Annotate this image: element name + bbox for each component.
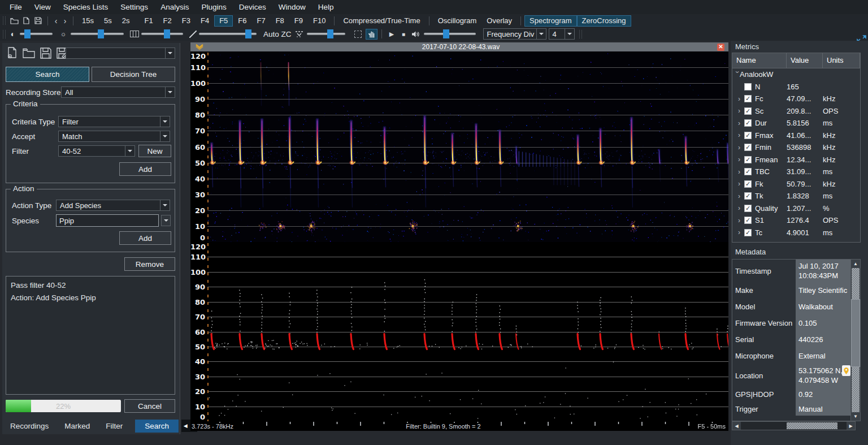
metric-checkbox-fc[interactable]: ✓ (744, 95, 752, 102)
criteria-type-select[interactable]: Filter (58, 116, 170, 127)
pan-tool-button[interactable] (366, 29, 377, 40)
scroll-down-icon[interactable]: ▼ (851, 412, 860, 421)
metric-checkbox-n[interactable] (744, 83, 752, 90)
close-icon[interactable]: ✕ (717, 44, 724, 51)
collapsed-chevron-icon[interactable]: › (738, 95, 743, 103)
filter-f3-button[interactable]: F3 (177, 15, 196, 27)
collapsed-chevron-icon[interactable]: › (738, 119, 743, 127)
collapsed-chevron-icon[interactable]: › (738, 180, 743, 188)
view-spectrogram-button[interactable]: Spectrogram (524, 15, 576, 27)
new-search-button[interactable] (7, 47, 18, 59)
menu-view[interactable]: View (28, 0, 57, 14)
bottom-tab-filter[interactable]: Filter (98, 420, 131, 432)
metrics-col-name[interactable]: Name (732, 53, 787, 68)
accept-select[interactable]: Match (58, 131, 170, 142)
tab-scroll-left-icon[interactable]: ◀ (181, 420, 189, 432)
toolbar-grip2[interactable] (3, 30, 6, 38)
spectrogram-canvas[interactable] (207, 51, 728, 242)
metric-row-fmax[interactable]: ›✓Fmax41.06...kHz (732, 129, 860, 142)
filter-f2-button[interactable]: F2 (158, 15, 177, 27)
speed-slider[interactable] (141, 33, 183, 35)
collapsed-chevron-icon[interactable]: › (738, 217, 743, 224)
metric-row-fmean[interactable]: ›✓Fmean12.34...kHz (732, 154, 860, 166)
frequency-div-select[interactable]: Frequency Div (483, 28, 546, 40)
filter-f6-button[interactable]: F6 (233, 15, 251, 27)
scrollbar-thumb[interactable] (851, 299, 860, 367)
metrics-group-row[interactable]: ›AnalookW (732, 68, 860, 81)
metric-checkbox-tc[interactable]: ✓ (744, 229, 752, 236)
menu-analysis[interactable]: Analysis (154, 0, 195, 14)
collapsed-chevron-icon[interactable]: › (738, 204, 743, 212)
spectrogram-titlebar[interactable]: 2017-07-10 22-08-43.wav ✕ (190, 42, 728, 51)
metric-row-n[interactable]: N165 (732, 81, 860, 93)
filter-f10-button[interactable]: F10 (308, 15, 331, 27)
species-dropdown-arrow[interactable] (161, 215, 171, 226)
collapse-chevron-icon[interactable] (194, 44, 205, 50)
remove-button[interactable]: Remove (124, 257, 175, 271)
metric-row-s1[interactable]: ›✓S11276.4OPS (732, 214, 860, 227)
metric-row-fc[interactable]: ›✓Fc47.09...kHz (732, 93, 860, 105)
view-compressed-true-time-button[interactable]: Compressed/True-Time (338, 15, 425, 27)
metrics-col-value[interactable]: Value (787, 53, 823, 68)
collapsed-chevron-icon[interactable]: › (738, 168, 743, 176)
frequency-div-arrow[interactable] (536, 29, 546, 39)
slope-slider-knob[interactable] (245, 29, 251, 38)
metric-checkbox-dur[interactable]: ✓ (744, 119, 752, 127)
menu-species-lists[interactable]: Species Lists (57, 0, 115, 14)
criteria-type-arrow[interactable] (160, 116, 170, 127)
slope-slider[interactable] (199, 33, 257, 35)
metric-row-tc[interactable]: ›✓Tc4.9001ms (732, 227, 860, 239)
search-preset-select[interactable] (66, 47, 175, 59)
filter-f4-button[interactable]: F4 (196, 15, 214, 27)
open-search-button[interactable] (23, 48, 35, 58)
frequency-div-value-arrow[interactable] (565, 29, 574, 39)
scroll-right-icon[interactable]: ▶ (847, 422, 855, 430)
open-folder-button[interactable] (8, 15, 20, 26)
volume-slider-knob[interactable] (443, 29, 449, 38)
filter-f7-button[interactable]: F7 (251, 15, 270, 27)
frequency-div-value-select[interactable]: 4 (549, 28, 575, 40)
filter-arrow[interactable] (125, 146, 134, 156)
volume-slider[interactable] (424, 33, 476, 35)
search-preset-arrow[interactable] (165, 48, 175, 58)
filter-f8-button[interactable]: F8 (271, 15, 289, 27)
metrics-col-units[interactable]: Units (823, 53, 860, 68)
brightness-slider[interactable] (71, 33, 124, 35)
map-pin-button[interactable] (842, 365, 850, 376)
bottom-tab-search[interactable]: Search (135, 420, 179, 433)
expanded-chevron-icon[interactable]: › (734, 71, 741, 76)
menu-plugins[interactable]: Plugins (195, 0, 232, 14)
zoom-2s-button[interactable]: 2s (117, 15, 135, 27)
tab-search[interactable]: Search (6, 67, 89, 82)
save-search-button[interactable] (40, 47, 51, 59)
action-type-arrow[interactable] (160, 200, 170, 210)
metric-checkbox-fmin[interactable]: ✓ (744, 144, 752, 151)
search-steps-list[interactable]: Pass filter 40-52Action: Add Species Ppi… (6, 276, 175, 395)
contrast-slider-knob[interactable] (24, 29, 31, 38)
menu-devices[interactable]: Devices (233, 0, 272, 14)
bottom-tab-marked[interactable]: Marked (57, 420, 98, 432)
save-button[interactable] (32, 15, 44, 26)
add-criteria-button[interactable]: Add (119, 162, 171, 176)
scroll-up-icon[interactable]: ▲ (851, 260, 860, 268)
metric-row-fmin[interactable]: ›✓Fmin536898kHz (732, 141, 860, 154)
recording-store-arrow[interactable] (165, 87, 175, 97)
metric-checkbox-tbc[interactable]: ✓ (744, 168, 752, 175)
collapsed-chevron-icon[interactable]: › (738, 192, 743, 200)
metric-row-tbc[interactable]: ›✓TBC31.09...ms (732, 166, 860, 178)
play-button[interactable]: ▶ (386, 29, 398, 40)
collapsed-chevron-icon[interactable]: › (738, 155, 743, 163)
filter-f9-button[interactable]: F9 (289, 15, 308, 27)
prev-button[interactable]: ‹ (51, 15, 60, 26)
zoom-5s-button[interactable]: 5s (99, 15, 117, 27)
metric-checkbox-tk[interactable]: ✓ (744, 192, 752, 200)
hscrollbar-thumb[interactable] (787, 422, 837, 429)
view-oscillogram-button[interactable]: Oscillogram (433, 15, 482, 27)
species-input[interactable]: Ppip (56, 214, 159, 227)
view-overlay-button[interactable]: Overlay (481, 15, 517, 27)
metric-checkbox-s1[interactable]: ✓ (744, 217, 752, 224)
add-action-button[interactable]: Add (119, 231, 171, 245)
zerocrossing-canvas[interactable] (207, 242, 728, 421)
zc-threshold-slider-knob[interactable] (327, 29, 333, 38)
menu-settings[interactable]: Settings (114, 0, 154, 14)
